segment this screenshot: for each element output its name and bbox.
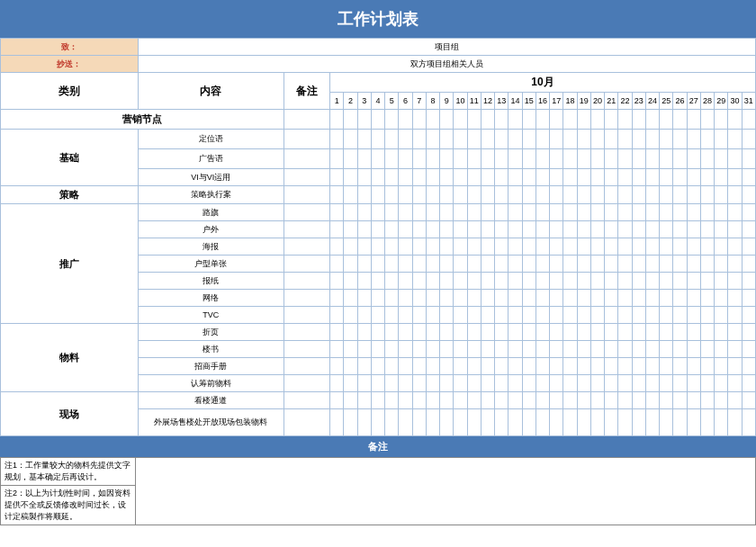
content-cell: 定位语 (138, 130, 284, 149)
section-marketing: 营销节点 (1, 110, 284, 130)
day-cell: 15 (522, 93, 536, 110)
day-cell: 16 (536, 93, 549, 110)
to-value: 项目组 (138, 39, 755, 56)
cat-promo: 推广 (1, 204, 139, 324)
day-cell: 9 (440, 93, 454, 110)
col-content: 内容 (138, 73, 284, 110)
day-cell: 23 (632, 93, 645, 110)
day-cell: 24 (645, 93, 659, 110)
cat-strategy: 策略 (1, 186, 139, 204)
to-label: 致： (1, 39, 139, 56)
day-cell: 6 (399, 93, 412, 110)
day-cell: 10 (454, 93, 467, 110)
day-cell: 21 (605, 93, 618, 110)
content-cell: 网络 (138, 290, 284, 307)
day-cell: 5 (385, 93, 399, 110)
footer-label: 备注 (0, 436, 756, 457)
day-cell: 12 (481, 93, 494, 110)
day-cell: 7 (412, 93, 426, 110)
day-cell: 30 (728, 93, 742, 110)
content-cell: 看楼通道 (138, 392, 284, 409)
day-cell: 4 (371, 93, 384, 110)
content-cell: 户外 (138, 221, 284, 238)
cat-basic: 基础 (1, 130, 139, 186)
day-cell: 31 (742, 93, 755, 110)
content-cell: 折页 (138, 324, 284, 341)
content-cell: 招商手册 (138, 358, 284, 375)
cat-material: 物料 (1, 324, 139, 392)
day-cell: 19 (577, 93, 590, 110)
day-cell: 18 (563, 93, 577, 110)
content-cell: 路旗 (138, 204, 284, 221)
day-cell: 1 (330, 93, 344, 110)
day-cell: 2 (344, 93, 357, 110)
content-cell: 海报 (138, 238, 284, 256)
day-cell: 26 (673, 93, 687, 110)
day-cell: 13 (495, 93, 508, 110)
content-cell: 外展场售楼处开放现场包装物料 (138, 409, 284, 436)
note2: 注2：以上为计划性时间，如因资料提供不全或反馈修改时间过长，设计定稿製作将顺延。 (1, 486, 136, 525)
content-cell: 广告语 (138, 149, 284, 169)
page-title: 工作计划表 (0, 0, 756, 38)
content-cell: TVC (138, 307, 284, 324)
content-cell: 策略执行案 (138, 186, 284, 204)
col-remark: 备注 (284, 73, 330, 110)
day-cell: 14 (508, 93, 522, 110)
day-cell: 11 (467, 93, 481, 110)
content-cell: 楼书 (138, 341, 284, 358)
day-cell: 27 (687, 93, 700, 110)
cc-label: 抄送： (1, 56, 139, 73)
content-cell: 户型单张 (138, 256, 284, 273)
content-cell: 报纸 (138, 273, 284, 290)
day-cell: 20 (590, 93, 604, 110)
note1: 注1：工作量较大的物料先提供文字规划，基本确定后再设计。 (1, 458, 136, 486)
day-cell: 22 (618, 93, 632, 110)
day-cell: 28 (700, 93, 714, 110)
day-cell: 3 (357, 93, 371, 110)
notes-table: 注1：工作量较大的物料先提供文字规划，基本确定后再设计。 注2：以上为计划性时间… (0, 457, 756, 525)
cc-value: 双方项目组相关人员 (138, 56, 755, 73)
col-category: 类别 (1, 73, 139, 110)
day-cell: 25 (660, 93, 673, 110)
day-cell: 8 (426, 93, 439, 110)
cat-site: 现场 (1, 392, 139, 436)
month-header: 10月 (330, 73, 756, 93)
content-cell: VI与VI运用 (138, 169, 284, 186)
day-cell: 29 (715, 93, 728, 110)
content-cell: 认筹前物料 (138, 375, 284, 392)
plan-table: 致： 项目组 抄送： 双方项目组相关人员 类别 内容 备注 10月 1 2 3 … (0, 38, 756, 436)
day-cell: 17 (550, 93, 563, 110)
